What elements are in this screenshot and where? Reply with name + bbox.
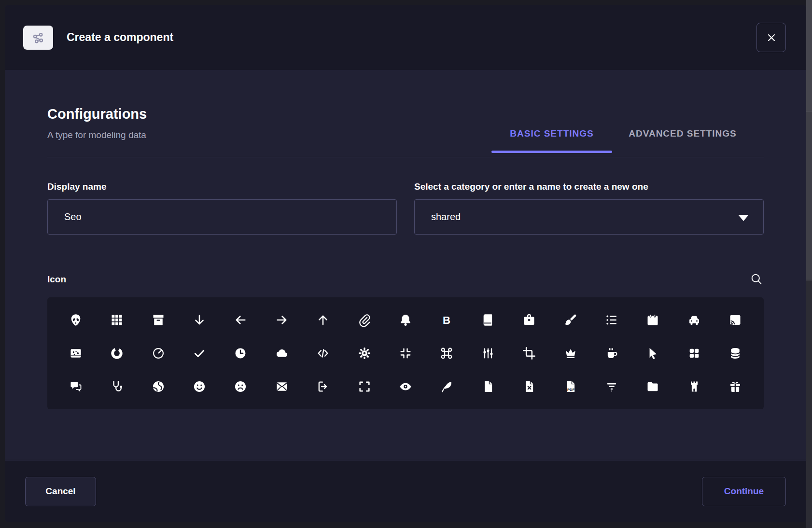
search-icon <box>750 272 763 286</box>
icon-option-chart-pie[interactable] <box>148 343 169 364</box>
icon-option-gift[interactable] <box>725 376 746 397</box>
icon-option-apps[interactable] <box>106 309 127 331</box>
icon-option-crop[interactable] <box>518 343 540 364</box>
header-divider <box>47 157 764 157</box>
icon-option-expand[interactable] <box>354 376 375 397</box>
icon-option-bell[interactable] <box>395 309 416 331</box>
icon-option-cursor[interactable] <box>642 343 663 364</box>
gate-icon <box>687 380 701 393</box>
icon-grid: BPDF <box>47 297 764 409</box>
discuss-icon <box>69 380 83 393</box>
icon-option-chart-bubble[interactable] <box>65 343 86 364</box>
envelop-icon <box>275 380 289 393</box>
database-icon <box>728 347 742 360</box>
feather-icon <box>440 380 453 393</box>
category-select[interactable]: shared <box>414 199 764 235</box>
icon-option-code[interactable] <box>312 343 334 364</box>
book-icon <box>481 313 495 327</box>
tab-advanced-settings[interactable]: ADVANCED SETTINGS <box>627 128 739 153</box>
exit-icon <box>316 380 330 393</box>
filter-icon <box>605 380 618 393</box>
icon-option-brush[interactable] <box>560 309 581 331</box>
icon-option-doctor[interactable] <box>106 376 127 397</box>
icon-option-calendar[interactable] <box>642 309 663 331</box>
file-pdf-icon: PDF <box>564 380 577 393</box>
icon-option-check[interactable] <box>189 343 210 364</box>
display-name-label: Display name <box>47 181 397 192</box>
create-component-modal: Create a component Configurations A type… <box>5 5 806 522</box>
icon-option-exit[interactable] <box>312 376 334 397</box>
icon-option-arrow-left[interactable] <box>230 309 251 331</box>
arrow-left-icon <box>234 313 247 327</box>
icon-option-eye[interactable] <box>395 376 416 397</box>
icon-option-archive[interactable] <box>148 309 169 331</box>
icon-option-emotion-happy[interactable] <box>189 376 210 397</box>
icon-option-filter[interactable] <box>601 376 622 397</box>
gift-icon <box>728 380 742 393</box>
close-icon <box>766 32 777 43</box>
icon-option-clock[interactable] <box>230 343 251 364</box>
brush-icon <box>564 313 577 327</box>
icon-option-file[interactable] <box>477 376 499 397</box>
doctor-icon <box>110 380 124 393</box>
icon-option-discuss[interactable] <box>65 376 86 397</box>
arrow-up-icon <box>316 313 330 327</box>
icon-option-file-error[interactable] <box>518 376 540 397</box>
expand-icon <box>358 380 371 393</box>
tab-basic-settings[interactable]: BASIC SETTINGS <box>491 128 612 153</box>
folder-icon <box>646 380 659 393</box>
icon-option-cast[interactable] <box>725 309 746 331</box>
cursor-icon <box>646 347 659 360</box>
icon-option-cup[interactable] <box>601 343 622 364</box>
icon-option-attachment[interactable] <box>354 309 375 331</box>
icon-option-database[interactable] <box>725 343 746 364</box>
display-name-input[interactable] <box>47 199 397 235</box>
category-label: Select a category or enter a name to cre… <box>414 181 764 192</box>
icon-option-earth[interactable] <box>148 376 169 397</box>
clock-icon <box>234 347 247 360</box>
icon-option-collapse[interactable] <box>395 343 416 364</box>
close-button[interactable] <box>756 23 786 52</box>
car-icon <box>687 313 701 327</box>
icon-option-gate[interactable] <box>684 376 705 397</box>
icon-option-command[interactable] <box>436 343 457 364</box>
icon-option-feather[interactable] <box>436 376 457 397</box>
calendar-icon <box>646 313 659 327</box>
icon-option-car[interactable] <box>684 309 705 331</box>
icon-option-folder[interactable] <box>642 376 663 397</box>
icon-option-emotion-unhappy[interactable] <box>230 376 251 397</box>
file-icon <box>481 380 495 393</box>
icon-option-chart-circle[interactable] <box>106 343 127 364</box>
icon-option-alien[interactable] <box>65 309 86 331</box>
arrow-right-icon <box>275 313 289 327</box>
icon-option-bold[interactable]: B <box>436 309 457 331</box>
crown-icon <box>564 347 577 360</box>
icon-option-bullet-list[interactable] <box>601 309 622 331</box>
icon-option-book[interactable] <box>477 309 499 331</box>
continue-button[interactable]: Continue <box>702 477 786 506</box>
component-icon <box>31 30 45 45</box>
collapse-icon <box>399 347 412 360</box>
chart-bubble-icon <box>69 347 83 360</box>
icon-option-arrow-up[interactable] <box>312 309 334 331</box>
icon-section-label: Icon <box>47 274 66 285</box>
icon-search-button[interactable] <box>749 272 764 287</box>
icon-option-cloud[interactable] <box>271 343 293 364</box>
icon-option-arrow-right[interactable] <box>271 309 293 331</box>
icon-option-connector[interactable] <box>477 343 499 364</box>
icon-option-crown[interactable] <box>560 343 581 364</box>
icon-option-envelop[interactable] <box>271 376 293 397</box>
svg-text:PDF: PDF <box>567 388 575 392</box>
icon-option-arrow-down[interactable] <box>189 309 210 331</box>
chart-circle-icon <box>110 347 124 360</box>
cancel-button[interactable]: Cancel <box>25 477 96 506</box>
cast-icon <box>728 313 742 327</box>
cup-icon <box>605 347 618 360</box>
dashboard-icon <box>687 347 701 360</box>
icon-option-file-pdf[interactable]: PDF <box>560 376 581 397</box>
chevron-down-icon <box>738 215 749 221</box>
icon-option-cog[interactable] <box>354 343 375 364</box>
icon-option-dashboard[interactable] <box>684 343 705 364</box>
icon-option-briefcase[interactable] <box>518 309 540 331</box>
settings-tabs: BASIC SETTINGS ADVANCED SETTINGS <box>491 128 739 153</box>
